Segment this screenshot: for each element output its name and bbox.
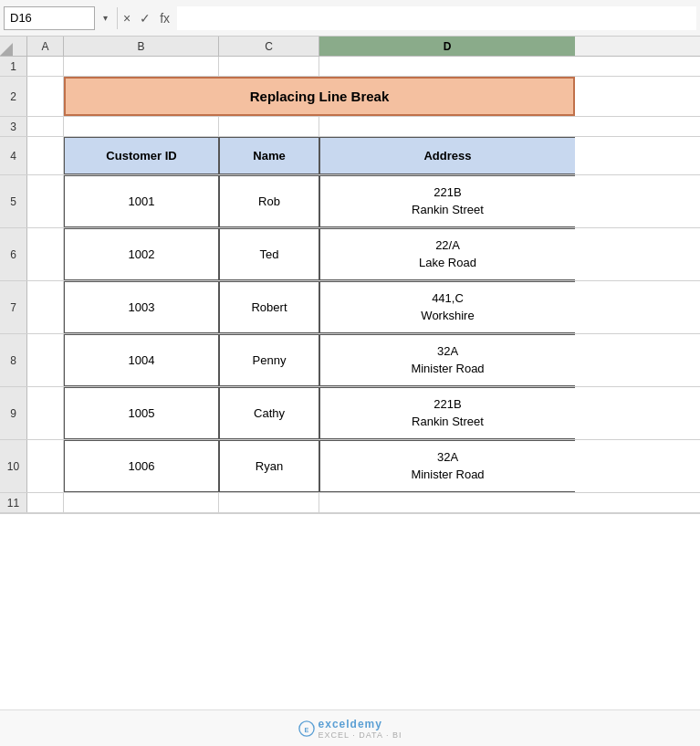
cell-b11[interactable] [64, 493, 219, 512]
svg-text:E: E [304, 725, 308, 733]
formula-bar: D16 ▾ × ✓ fx [0, 0, 700, 37]
cell-c6[interactable]: Ted [219, 228, 319, 280]
cell-a9[interactable] [27, 387, 64, 439]
cell-a11[interactable] [27, 493, 64, 512]
cell-a8[interactable] [27, 334, 64, 386]
confirm-icon[interactable]: ✓ [140, 11, 151, 26]
cell-b1[interactable] [64, 57, 219, 76]
cell-b6[interactable]: 1002 [64, 228, 219, 280]
cell-a2[interactable] [27, 77, 64, 116]
row-num-4: 4 [0, 137, 27, 174]
cell-a5[interactable] [27, 175, 64, 227]
row-num-5: 5 [0, 175, 27, 227]
cell-b5[interactable]: 1001 [64, 175, 219, 227]
grid-row-4: 4 Customer ID Name Address [0, 137, 700, 175]
name-box[interactable]: D16 [4, 6, 95, 30]
formula-toolbar-icons: × ✓ fx [123, 11, 170, 26]
formula-input[interactable] [177, 6, 696, 30]
column-headers: A B C D [0, 37, 700, 57]
cell-c3[interactable] [219, 117, 319, 136]
cell-a3[interactable] [27, 117, 64, 136]
cell-d10[interactable]: 32A Minister Road [319, 440, 575, 492]
exceldemy-logo-icon: E [298, 720, 315, 737]
cell-a10[interactable] [27, 440, 64, 492]
cell-d3[interactable] [319, 117, 575, 136]
cell-b3[interactable] [64, 117, 219, 136]
header-customer-id[interactable]: Customer ID [64, 137, 219, 174]
col-header-b[interactable]: B [64, 37, 219, 56]
footer-logo: E exceldemy EXCEL · DATA · BI [298, 718, 402, 740]
fx-icon[interactable]: fx [160, 11, 170, 26]
cell-b7[interactable]: 1003 [64, 281, 219, 333]
cell-c9[interactable]: Cathy [219, 387, 319, 439]
name-box-value: D16 [10, 11, 32, 25]
row-num-3: 3 [0, 117, 27, 136]
row-num-1: 1 [0, 57, 27, 76]
title-cell[interactable]: Replacing Line Break [64, 77, 575, 116]
cell-b8[interactable]: 1004 [64, 334, 219, 386]
cell-b9[interactable]: 1005 [64, 387, 219, 439]
col-header-a[interactable]: A [27, 37, 64, 56]
cell-c1[interactable] [219, 57, 319, 76]
corner-select-all[interactable] [0, 37, 27, 57]
spreadsheet: A B C D 1 2 Replacing Line Break 3 [0, 37, 700, 746]
cell-a1[interactable] [27, 57, 64, 76]
grid-row-2: 2 Replacing Line Break [0, 77, 700, 117]
grid-row-5: 5 1001 Rob 221B Rankin Street [0, 175, 700, 228]
row-num-7: 7 [0, 281, 27, 333]
row-num-10: 10 [0, 440, 27, 492]
footer: E exceldemy EXCEL · DATA · BI [0, 709, 700, 746]
row-num-11: 11 [0, 493, 27, 512]
cell-a7[interactable] [27, 281, 64, 333]
row-num-8: 8 [0, 334, 27, 386]
grid-row-3: 3 [0, 117, 700, 137]
cell-d11[interactable] [319, 493, 575, 512]
footer-logo-text: exceldemy [319, 718, 382, 730]
cell-d8[interactable]: 32A Minister Road [319, 334, 575, 386]
cell-c11[interactable] [219, 493, 319, 512]
cell-d5[interactable]: 221B Rankin Street [319, 175, 575, 227]
toolbar-divider [117, 7, 118, 29]
footer-tagline: EXCEL · DATA · BI [319, 730, 402, 740]
row-num-2: 2 [0, 77, 27, 116]
col-header-d[interactable]: D [319, 37, 575, 56]
cell-b10[interactable]: 1006 [64, 440, 219, 492]
grid-row-9: 9 1005 Cathy 221B Rankin Street [0, 387, 700, 440]
cancel-icon[interactable]: × [123, 11, 131, 26]
header-name[interactable]: Name [219, 137, 319, 174]
grid-body: 1 2 Replacing Line Break 3 4 [0, 57, 700, 746]
cell-c5[interactable]: Rob [219, 175, 319, 227]
cell-d7[interactable]: 441,C Workshire [319, 281, 575, 333]
row-num-9: 9 [0, 387, 27, 439]
cell-d1[interactable] [319, 57, 575, 76]
empty-rows [0, 513, 700, 709]
name-box-dropdown-icon[interactable]: ▾ [99, 6, 111, 30]
grid-row-1: 1 [0, 57, 700, 77]
cell-c7[interactable]: Robert [219, 281, 319, 333]
row-num-6: 6 [0, 228, 27, 280]
grid-row-6: 6 1002 Ted 22/A Lake Road [0, 228, 700, 281]
col-header-c[interactable]: C [219, 37, 319, 56]
grid-row-7: 7 1003 Robert 441,C Workshire [0, 281, 700, 334]
cell-a6[interactable] [27, 228, 64, 280]
grid-row-10: 10 1006 Ryan 32A Minister Road [0, 440, 700, 493]
cell-c8[interactable]: Penny [219, 334, 319, 386]
header-address[interactable]: Address [319, 137, 575, 174]
cell-c10[interactable]: Ryan [219, 440, 319, 492]
title-text: Replacing Line Break [250, 89, 390, 104]
cell-d9[interactable]: 221B Rankin Street [319, 387, 575, 439]
cell-a4[interactable] [27, 137, 64, 174]
grid-row-8: 8 1004 Penny 32A Minister Road [0, 334, 700, 387]
cell-d6[interactable]: 22/A Lake Road [319, 228, 575, 280]
grid-row-11: 11 [0, 493, 700, 513]
